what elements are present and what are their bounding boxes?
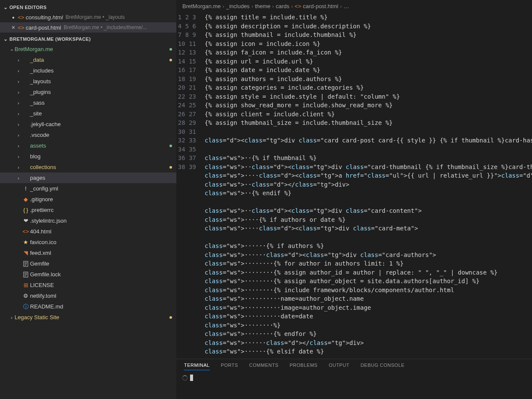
tree-label: Gemfile bbox=[30, 260, 173, 267]
tree-label: .jekyll-cache bbox=[30, 121, 173, 127]
file-icon: ⊞ bbox=[21, 282, 30, 288]
panel-tabs: TERMINALPORTSCOMMENTSPROBLEMSOUTPUTDEBUG… bbox=[176, 359, 532, 373]
tree-label: README.md bbox=[30, 303, 173, 310]
tree-label: assets bbox=[30, 142, 173, 149]
breadcrumb-item[interactable]: _includes bbox=[226, 3, 250, 9]
terminal-cursor bbox=[190, 375, 193, 381]
file-item[interactable]: Gemfile.lock bbox=[0, 269, 176, 280]
folder-item[interactable]: ›_site bbox=[0, 108, 176, 119]
folder-item[interactable]: ›Legacy Static Site bbox=[0, 312, 176, 323]
folder-item[interactable]: ›pages bbox=[0, 172, 176, 183]
chevron-right-icon: › bbox=[291, 3, 293, 9]
tree-label: .stylelintrc.json bbox=[30, 218, 173, 224]
chevron-right-icon: › bbox=[251, 3, 253, 9]
editor-area: BretMorgan.me›_includes›theme›cards›<>ca… bbox=[176, 0, 532, 399]
code-editor[interactable]: 1 2 3 4 5 6 7 8 9 10 11 12 13 14 15 16 1… bbox=[176, 12, 532, 359]
chevron-right-icon: › bbox=[15, 133, 21, 138]
file-icon bbox=[21, 261, 30, 267]
file-item[interactable]: <>404.html bbox=[0, 226, 176, 237]
file-item[interactable]: Gemfile bbox=[0, 258, 176, 269]
chevron-right-icon: › bbox=[223, 3, 224, 9]
tree-label: LICENSE bbox=[30, 282, 173, 288]
chevron-right-icon: › bbox=[15, 68, 21, 73]
folder-item[interactable]: ⌄BretMorgan.me bbox=[0, 44, 176, 54]
panel-tab-problems[interactable]: PROBLEMS bbox=[290, 363, 317, 370]
folder-item[interactable]: ›_layouts bbox=[0, 76, 176, 87]
panel-tab-output[interactable]: OUTPUT bbox=[329, 363, 349, 370]
html-icon: <> bbox=[17, 24, 25, 31]
tree-label: 404.html bbox=[30, 228, 173, 235]
chevron-right-icon: › bbox=[340, 3, 342, 9]
folder-item[interactable]: ›collections bbox=[0, 162, 176, 172]
close-icon[interactable]: × bbox=[9, 24, 17, 31]
file-icon bbox=[21, 272, 30, 278]
chevron-down-icon: ⌄ bbox=[9, 46, 15, 52]
tree-label: Legacy Static Site bbox=[15, 314, 173, 320]
status-dot-icon bbox=[169, 48, 172, 51]
open-editor-item[interactable]: ×<>card-post.htmlBretMorgan.me • _includ… bbox=[0, 22, 176, 33]
breadcrumb[interactable]: BretMorgan.me›_includes›theme›cards›<>ca… bbox=[176, 0, 532, 12]
chevron-right-icon: › bbox=[15, 165, 21, 170]
breadcrumb-item[interactable]: cards bbox=[276, 3, 290, 9]
tree-label: blog bbox=[30, 153, 173, 160]
folder-item[interactable]: ›blog bbox=[0, 151, 176, 162]
file-item[interactable]: ★favicon.ico bbox=[0, 237, 176, 248]
folder-item[interactable]: ›.vscode bbox=[0, 130, 176, 140]
file-icon: ★ bbox=[21, 239, 30, 245]
workspace-header[interactable]: ⌄ BRETMORGAN.ME (WORKSPACE) bbox=[0, 34, 176, 44]
folder-item[interactable]: ›.jekyll-cache bbox=[0, 119, 176, 130]
folder-item[interactable]: ›_data bbox=[0, 54, 176, 65]
panel-tab-comments[interactable]: COMMENTS bbox=[249, 363, 278, 370]
tree-label: feed.xml bbox=[30, 250, 173, 256]
breadcrumb-item[interactable]: theme bbox=[255, 3, 270, 9]
panel-tab-debug-console[interactable]: DEBUG CONSOLE bbox=[360, 363, 404, 370]
breadcrumb-item[interactable]: BretMorgan.me bbox=[182, 3, 221, 9]
tree-label: _plugins bbox=[30, 89, 173, 95]
editor-filename: consulting.html bbox=[26, 14, 63, 21]
editor-filename: card-post.html bbox=[26, 24, 61, 31]
chevron-right-icon: › bbox=[15, 122, 21, 127]
folder-item[interactable]: ›_includes bbox=[0, 65, 176, 76]
file-item[interactable]: ⚙netlify.toml bbox=[0, 290, 176, 301]
editor-filepath: BretMorgan.me • _layouts bbox=[66, 14, 125, 20]
tree-label: .vscode bbox=[30, 132, 173, 138]
chevron-down-icon: ⌄ bbox=[3, 4, 9, 10]
file-item[interactable]: !_config.yml bbox=[0, 183, 176, 194]
file-icon: ◆ bbox=[21, 196, 30, 203]
file-item[interactable]: ⓘREADME.md bbox=[0, 301, 176, 312]
chevron-right-icon: › bbox=[15, 90, 21, 95]
panel-tab-terminal[interactable]: TERMINAL bbox=[184, 363, 210, 370]
file-item[interactable]: { }.prettierrc bbox=[0, 205, 176, 215]
file-icon: ◥ bbox=[21, 250, 30, 256]
tree-label: _config.yml bbox=[30, 185, 173, 192]
tree-label: .gitignore bbox=[30, 196, 173, 203]
html-icon: <> bbox=[295, 3, 301, 9]
tree-label: BretMorgan.me bbox=[15, 46, 173, 52]
tree-label: _layouts bbox=[30, 78, 173, 85]
file-item[interactable]: ⊞LICENSE bbox=[0, 280, 176, 290]
tree-label: .prettierrc bbox=[30, 207, 173, 213]
open-editors-header[interactable]: ⌄ Open Editors bbox=[0, 3, 176, 12]
chevron-right-icon: › bbox=[9, 315, 15, 320]
terminal-body[interactable] bbox=[176, 373, 532, 383]
chevron-right-icon: › bbox=[15, 175, 21, 181]
bottom-panel: TERMINALPORTSCOMMENTSPROBLEMSOUTPUTDEBUG… bbox=[176, 359, 532, 399]
file-item[interactable]: ❤.stylelintrc.json bbox=[0, 215, 176, 226]
section-title: BRETMORGAN.ME (WORKSPACE) bbox=[9, 36, 91, 42]
file-icon: ⚙ bbox=[21, 293, 30, 299]
file-item[interactable]: ◆.gitignore bbox=[0, 194, 176, 205]
folder-item[interactable]: ›_sass bbox=[0, 97, 176, 108]
breadcrumb-item[interactable]: … bbox=[344, 3, 349, 9]
folder-item[interactable]: ›assets bbox=[0, 140, 176, 151]
panel-tab-ports[interactable]: PORTS bbox=[221, 363, 238, 370]
file-item[interactable]: ◥feed.xml bbox=[0, 248, 176, 258]
open-editor-item[interactable]: ●<>consulting.htmlBretMorgan.me • _layou… bbox=[0, 12, 176, 22]
tree-label: netlify.toml bbox=[30, 293, 173, 299]
code-content[interactable]: {% assign title = include.title %} {% as… bbox=[204, 12, 532, 359]
file-icon: <> bbox=[21, 228, 30, 235]
file-icon: ⓘ bbox=[21, 303, 30, 311]
folder-item[interactable]: ›_plugins bbox=[0, 87, 176, 97]
chevron-down-icon: ⌄ bbox=[3, 36, 9, 42]
tree-label: pages bbox=[30, 175, 173, 181]
breadcrumb-item[interactable]: <>card-post.html bbox=[295, 3, 339, 9]
